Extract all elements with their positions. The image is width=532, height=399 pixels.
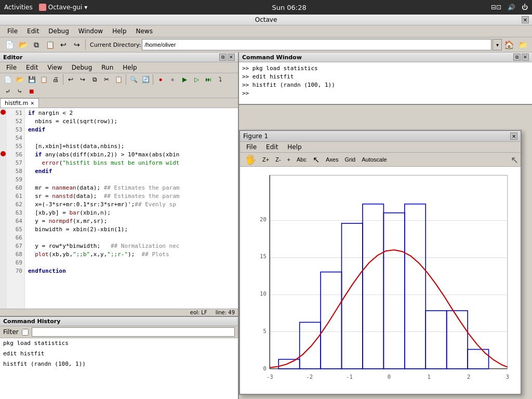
editor-new-btn[interactable]: 📄 <box>2 74 14 85</box>
editor-status-bar: eol: LF line: 49 <box>0 309 238 316</box>
editor-replace-btn[interactable]: 🔄 <box>140 74 151 85</box>
menu-edit[interactable]: Edit <box>23 26 43 36</box>
marker-55 <box>0 141 6 150</box>
top-bar: Activities Octave-gui ▾ Sun 06:28 ⊟⊡ 🔊 ⏻ <box>0 0 532 15</box>
svg-text:0: 0 <box>263 365 266 372</box>
undo-toolbar-button[interactable]: ↩ <box>57 38 70 51</box>
octave-close-button[interactable]: ✕ <box>522 16 529 23</box>
cmd-restore-button[interactable]: ⧉ <box>513 54 521 61</box>
app-dropdown-icon[interactable]: ▾ <box>84 4 87 11</box>
editor-stop-btn[interactable]: ⏹ <box>26 86 37 97</box>
editor-tab-close[interactable]: ✕ <box>31 101 35 106</box>
editor-save-btn[interactable]: 💾 <box>26 74 37 85</box>
breakpoint-56 <box>1 151 6 156</box>
menu-debug[interactable]: Debug <box>44 26 73 36</box>
svg-text:15: 15 <box>260 253 267 260</box>
app-label: Octave-gui <box>48 4 82 11</box>
window-controls-icon[interactable]: ⊟⊡ <box>491 4 501 11</box>
figure-close-button[interactable]: ✕ <box>510 132 517 140</box>
history-item[interactable]: edit histfit <box>0 349 238 359</box>
marker-56 <box>0 150 6 158</box>
editor-paste2-btn[interactable]: 📋 <box>113 74 124 85</box>
marker-68 <box>0 249 6 258</box>
current-directory-input[interactable] <box>142 39 491 50</box>
open-file-button[interactable]: 📂 <box>17 38 29 51</box>
svg-text:-2: -2 <box>306 374 313 380</box>
editor-print-btn[interactable]: 🖨 <box>50 74 61 85</box>
history-title-label: Command History <box>3 318 60 325</box>
editor-cut-btn[interactable]: ✂ <box>101 74 112 85</box>
editor-redo-btn[interactable]: ↪ <box>77 74 88 85</box>
folder-button[interactable]: 📁 <box>516 38 529 51</box>
svg-text:-1: -1 <box>346 374 353 380</box>
select-button[interactable]: ↖ <box>310 154 322 165</box>
editor-menu-edit[interactable]: Edit <box>22 63 42 72</box>
text-button[interactable]: Abc <box>294 154 309 165</box>
marker-62 <box>0 200 6 208</box>
editor-restore-button[interactable]: ⧉ <box>219 54 227 61</box>
editor-breakpoint-btn[interactable]: ● <box>155 74 166 85</box>
editor-open-btn[interactable]: 📂 <box>14 74 25 85</box>
editor-continue-btn[interactable]: ⏭ <box>203 74 214 85</box>
activities-button[interactable]: Activities <box>4 4 33 11</box>
redo-toolbar-button[interactable]: ↪ <box>71 38 83 51</box>
new-file-button[interactable]: 📄 <box>3 38 16 51</box>
dir-dropdown-button[interactable]: ▾ <box>493 39 502 50</box>
editor-run2-btn[interactable]: ▶ <box>179 74 190 85</box>
axes-button[interactable]: Axes <box>323 154 341 165</box>
menu-help[interactable]: Help <box>108 26 130 36</box>
figure-menu-help[interactable]: Help <box>283 142 305 152</box>
editor-run-sel-btn[interactable]: ▷ <box>191 74 202 85</box>
power-icon[interactable]: ⏻ <box>522 4 528 11</box>
figure-menu-edit[interactable]: Edit <box>262 142 282 152</box>
pan-button[interactable]: 🖐 <box>242 154 259 165</box>
editor-close-button[interactable]: ✕ <box>228 54 235 61</box>
menu-news[interactable]: News <box>132 26 157 36</box>
editor-step-btn[interactable]: ⤵ <box>215 74 226 85</box>
main-menu-bar: File Edit Debug Window Help News <box>0 25 532 37</box>
marker-65 <box>0 224 6 233</box>
zoom-out-button[interactable]: Z- <box>273 154 283 165</box>
app-indicator[interactable]: Octave-gui ▾ <box>39 4 88 11</box>
paste-button[interactable]: 📋 <box>44 38 56 51</box>
editor-step-out-btn[interactable]: ⤷ <box>14 86 25 97</box>
code-editor[interactable]: 51525354 55565758 59606162 63646566 6768… <box>0 108 238 309</box>
octave-title-bar: Octave ✕ <box>0 15 532 25</box>
editor-menu-run[interactable]: Run <box>97 63 117 72</box>
editor-toolbar: 📄 📂 💾 📋 🖨 ↩ ↪ ⧉ ✂ 📋 🔍 🔄 ● ● ▶ ▷ ⏭ <box>0 73 238 98</box>
audio-icon[interactable]: 🔊 <box>508 4 515 11</box>
top-bar-left: Activities Octave-gui ▾ <box>4 4 87 11</box>
history-item[interactable]: pkg load statistics <box>0 338 238 349</box>
grid-button[interactable]: Grid <box>342 154 358 165</box>
command-window-title: Command Window ⧉ ✕ <box>239 52 532 62</box>
editor-menu-help[interactable]: Help <box>118 63 141 72</box>
editor-menu-view[interactable]: View <box>43 63 66 72</box>
zoom-in-button[interactable]: Z+ <box>260 154 272 165</box>
eol-indicator: eol: LF <box>190 310 207 315</box>
editor-tab-label: histfit.m <box>5 100 29 107</box>
filter-checkbox[interactable] <box>22 329 29 336</box>
menu-window[interactable]: Window <box>74 26 107 36</box>
editor-find-btn[interactable]: 🔍 <box>128 74 139 85</box>
editor-tab-histfit[interactable]: histfit.m ✕ <box>0 98 39 108</box>
editor-copy2-btn[interactable]: ⧉ <box>89 74 100 85</box>
history-filter-bar: Filter <box>0 326 238 338</box>
editor-undo-btn[interactable]: ↩ <box>65 74 76 85</box>
editor-saveas-btn[interactable]: 📋 <box>38 74 49 85</box>
copy-button[interactable]: ⧉ <box>30 38 43 51</box>
filter-input[interactable] <box>32 327 235 337</box>
editor-clear-bp-btn[interactable]: ● <box>167 74 178 85</box>
editor-menu-file[interactable]: File <box>2 63 21 72</box>
command-window-content[interactable]: >> pkg load statistics >> edit histfit >… <box>239 62 532 104</box>
figure-menu-file[interactable]: File <box>242 142 261 152</box>
autoscale-button[interactable]: Autoscale <box>359 154 389 165</box>
editor-step-in-btn[interactable]: ⤶ <box>2 86 14 97</box>
menu-file[interactable]: File <box>3 26 22 36</box>
crosshair-button[interactable]: + <box>285 154 293 165</box>
cmd-close-button[interactable]: ✕ <box>522 54 529 61</box>
code-content[interactable]: if nargin < 2 nbins = ceil(sqrt(row)); e… <box>25 108 238 309</box>
history-item[interactable]: histfit (randn (100, 1)) <box>0 359 238 369</box>
browse-button[interactable]: 🏠 <box>503 38 515 51</box>
command-history-panel: Command History Filter pkg load statisti… <box>0 316 238 399</box>
editor-menu-debug[interactable]: Debug <box>68 63 96 72</box>
